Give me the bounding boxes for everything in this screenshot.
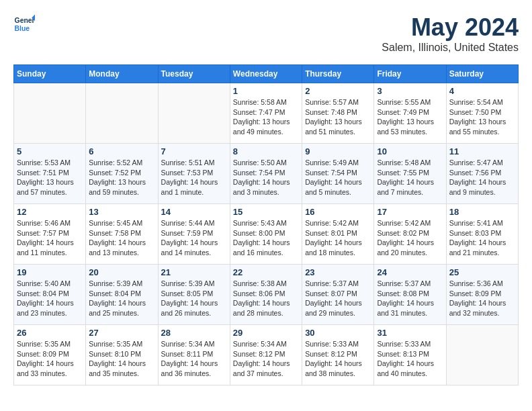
day-info: Sunrise: 5:55 AM Sunset: 7:49 PM Dayligh… (377, 97, 443, 137)
day-info: Sunrise: 5:51 AM Sunset: 7:53 PM Dayligh… (161, 158, 227, 197)
calendar-cell: 14Sunrise: 5:44 AM Sunset: 7:59 PM Dayli… (158, 204, 230, 265)
day-number: 29 (233, 328, 299, 338)
day-info: Sunrise: 5:42 AM Sunset: 8:02 PM Dayligh… (377, 218, 443, 258)
day-info: Sunrise: 5:45 AM Sunset: 7:58 PM Dayligh… (89, 218, 154, 258)
day-info: Sunrise: 5:39 AM Sunset: 8:04 PM Dayligh… (89, 279, 154, 318)
calendar-cell: 22Sunrise: 5:38 AM Sunset: 8:06 PM Dayli… (230, 265, 302, 325)
calendar-cell: 18Sunrise: 5:41 AM Sunset: 8:03 PM Dayli… (446, 204, 518, 265)
calendar-cell: 20Sunrise: 5:39 AM Sunset: 8:04 PM Dayli… (86, 265, 158, 325)
calendar-cell: 10Sunrise: 5:48 AM Sunset: 7:55 PM Dayli… (374, 144, 446, 204)
calendar-week-row: 19Sunrise: 5:40 AM Sunset: 8:04 PM Dayli… (14, 265, 519, 325)
calendar-cell: 16Sunrise: 5:42 AM Sunset: 8:01 PM Dayli… (302, 204, 374, 265)
calendar-cell: 27Sunrise: 5:35 AM Sunset: 8:10 PM Dayli… (86, 325, 158, 385)
weekday-header-wednesday: Wednesday (230, 65, 302, 83)
day-number: 1 (233, 86, 299, 96)
page-title: May 2024 (382, 13, 519, 42)
calendar-week-row: 12Sunrise: 5:46 AM Sunset: 7:57 PM Dayli… (14, 204, 519, 265)
svg-text:General: General (15, 17, 35, 24)
calendar-cell: 30Sunrise: 5:33 AM Sunset: 8:12 PM Dayli… (302, 325, 374, 385)
calendar-cell: 5Sunrise: 5:53 AM Sunset: 7:51 PM Daylig… (14, 144, 86, 204)
day-number: 18 (449, 207, 515, 217)
day-number: 19 (17, 267, 83, 277)
calendar-cell: 23Sunrise: 5:37 AM Sunset: 8:07 PM Dayli… (302, 265, 374, 325)
day-number: 23 (305, 267, 371, 277)
calendar-week-row: 5Sunrise: 5:53 AM Sunset: 7:51 PM Daylig… (14, 144, 519, 204)
calendar-cell: 31Sunrise: 5:33 AM Sunset: 8:13 PM Dayli… (374, 325, 446, 385)
day-info: Sunrise: 5:54 AM Sunset: 7:50 PM Dayligh… (449, 97, 515, 137)
day-info: Sunrise: 5:42 AM Sunset: 8:01 PM Dayligh… (305, 218, 371, 258)
day-number: 10 (377, 146, 443, 156)
calendar-cell: 3Sunrise: 5:55 AM Sunset: 7:49 PM Daylig… (374, 83, 446, 144)
calendar-cell: 12Sunrise: 5:46 AM Sunset: 7:57 PM Dayli… (14, 204, 86, 265)
day-number: 2 (305, 86, 371, 96)
day-number: 7 (161, 146, 227, 156)
day-info: Sunrise: 5:39 AM Sunset: 8:05 PM Dayligh… (161, 279, 227, 318)
day-number: 11 (449, 146, 515, 156)
day-number: 13 (89, 207, 154, 217)
day-info: Sunrise: 5:38 AM Sunset: 8:06 PM Dayligh… (233, 279, 299, 318)
logo-icon: General Blue (13, 13, 35, 35)
day-info: Sunrise: 5:40 AM Sunset: 8:04 PM Dayligh… (17, 279, 83, 318)
day-info: Sunrise: 5:48 AM Sunset: 7:55 PM Dayligh… (377, 158, 443, 197)
calendar-cell: 4Sunrise: 5:54 AM Sunset: 7:50 PM Daylig… (446, 83, 518, 144)
weekday-header-friday: Friday (374, 65, 446, 83)
calendar-cell: 7Sunrise: 5:51 AM Sunset: 7:53 PM Daylig… (158, 144, 230, 204)
page-subtitle: Salem, Illinois, United States (382, 42, 519, 54)
weekday-header-thursday: Thursday (302, 65, 374, 83)
calendar-cell: 26Sunrise: 5:35 AM Sunset: 8:09 PM Dayli… (14, 325, 86, 385)
day-number: 24 (377, 267, 443, 277)
day-number: 4 (449, 86, 515, 96)
day-info: Sunrise: 5:46 AM Sunset: 7:57 PM Dayligh… (17, 218, 83, 258)
calendar-cell (446, 325, 518, 385)
day-info: Sunrise: 5:58 AM Sunset: 7:47 PM Dayligh… (233, 97, 299, 137)
day-info: Sunrise: 5:41 AM Sunset: 8:03 PM Dayligh… (449, 218, 515, 258)
day-info: Sunrise: 5:34 AM Sunset: 8:12 PM Dayligh… (233, 339, 299, 379)
calendar-cell: 29Sunrise: 5:34 AM Sunset: 8:12 PM Dayli… (230, 325, 302, 385)
calendar-table: SundayMondayTuesdayWednesdayThursdayFrid… (13, 64, 519, 385)
calendar-header-row: SundayMondayTuesdayWednesdayThursdayFrid… (14, 65, 519, 83)
title-block: May 2024 Salem, Illinois, United States (382, 13, 519, 54)
svg-text:Blue: Blue (15, 25, 30, 32)
calendar-cell: 2Sunrise: 5:57 AM Sunset: 7:48 PM Daylig… (302, 83, 374, 144)
day-info: Sunrise: 5:35 AM Sunset: 8:10 PM Dayligh… (89, 339, 154, 379)
day-info: Sunrise: 5:57 AM Sunset: 7:48 PM Dayligh… (305, 97, 371, 137)
day-number: 9 (305, 146, 371, 156)
calendar-cell: 19Sunrise: 5:40 AM Sunset: 8:04 PM Dayli… (14, 265, 86, 325)
calendar-week-row: 26Sunrise: 5:35 AM Sunset: 8:09 PM Dayli… (14, 325, 519, 385)
calendar-week-row: 1Sunrise: 5:58 AM Sunset: 7:47 PM Daylig… (14, 83, 519, 144)
weekday-header-sunday: Sunday (14, 65, 86, 83)
logo: General Blue (13, 13, 35, 35)
calendar-cell: 11Sunrise: 5:47 AM Sunset: 7:56 PM Dayli… (446, 144, 518, 204)
day-info: Sunrise: 5:47 AM Sunset: 7:56 PM Dayligh… (449, 158, 515, 197)
day-number: 6 (89, 146, 154, 156)
day-number: 27 (89, 328, 154, 338)
calendar-cell: 1Sunrise: 5:58 AM Sunset: 7:47 PM Daylig… (230, 83, 302, 144)
calendar-cell: 24Sunrise: 5:37 AM Sunset: 8:08 PM Dayli… (374, 265, 446, 325)
day-info: Sunrise: 5:37 AM Sunset: 8:08 PM Dayligh… (377, 279, 443, 318)
weekday-header-tuesday: Tuesday (158, 65, 230, 83)
calendar-cell: 9Sunrise: 5:49 AM Sunset: 7:54 PM Daylig… (302, 144, 374, 204)
day-info: Sunrise: 5:33 AM Sunset: 8:13 PM Dayligh… (377, 339, 443, 379)
calendar-cell: 13Sunrise: 5:45 AM Sunset: 7:58 PM Dayli… (86, 204, 158, 265)
day-number: 3 (377, 86, 443, 96)
calendar-cell (158, 83, 230, 144)
day-number: 28 (161, 328, 227, 338)
day-number: 31 (377, 328, 443, 338)
day-number: 12 (17, 207, 83, 217)
weekday-header-saturday: Saturday (446, 65, 518, 83)
day-number: 5 (17, 146, 83, 156)
day-info: Sunrise: 5:49 AM Sunset: 7:54 PM Dayligh… (305, 158, 371, 197)
calendar-cell: 15Sunrise: 5:43 AM Sunset: 8:00 PM Dayli… (230, 204, 302, 265)
day-info: Sunrise: 5:36 AM Sunset: 8:09 PM Dayligh… (449, 279, 515, 318)
day-info: Sunrise: 5:52 AM Sunset: 7:52 PM Dayligh… (89, 158, 154, 197)
day-number: 26 (17, 328, 83, 338)
day-number: 20 (89, 267, 154, 277)
day-info: Sunrise: 5:43 AM Sunset: 8:00 PM Dayligh… (233, 218, 299, 258)
calendar-cell: 21Sunrise: 5:39 AM Sunset: 8:05 PM Dayli… (158, 265, 230, 325)
day-number: 17 (377, 207, 443, 217)
weekday-header-monday: Monday (86, 65, 158, 83)
day-number: 30 (305, 328, 371, 338)
calendar-cell (14, 83, 86, 144)
page-header: General Blue May 2024 Salem, Illinois, U… (13, 13, 519, 54)
day-info: Sunrise: 5:34 AM Sunset: 8:11 PM Dayligh… (161, 339, 227, 379)
